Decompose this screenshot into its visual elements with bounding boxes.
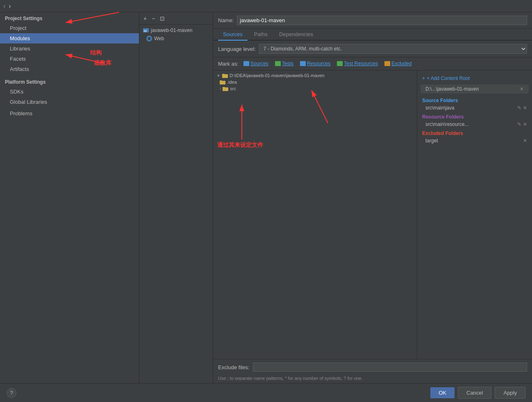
source-folder-edit-button[interactable]: ✎	[517, 105, 521, 111]
ok-button[interactable]: OK	[430, 387, 455, 398]
mark-as-tests-button[interactable]: Tests	[273, 60, 295, 68]
svg-point-2	[147, 36, 152, 41]
tab-dependencies[interactable]: Dependencies	[274, 29, 318, 41]
split-content: ▼ D:\IDEA\javaweb-01-maven\javaweb-01-ma…	[213, 71, 532, 359]
back-button[interactable]: ‹	[3, 2, 5, 10]
module-tree-item-javaweb[interactable]: M javaweb-01-maven	[139, 26, 213, 34]
language-row: Language level: 7 - Diamonds, ARM, multi…	[213, 41, 532, 57]
name-row: Name:	[213, 12, 532, 29]
name-label: Name:	[218, 17, 234, 23]
module-icon: M	[143, 27, 149, 33]
chevron-right-icon: ›	[220, 87, 221, 91]
remove-module-button[interactable]: −	[150, 14, 157, 23]
sources-color-box	[243, 61, 249, 66]
language-level-select[interactable]: 7 - Diamonds, ARM, multi-catch etc.	[259, 44, 527, 54]
copy-module-button[interactable]: ⊡	[158, 14, 166, 23]
add-content-root-button[interactable]: + + Add Content Root	[417, 74, 532, 83]
sidebar-item-modules[interactable]: Modules	[0, 33, 139, 43]
source-folder-delete-button[interactable]: ✕	[523, 105, 527, 111]
exclude-files-input[interactable]	[253, 363, 527, 372]
module-toolbar: + − ⊡	[139, 12, 213, 25]
svg-rect-7	[220, 80, 222, 82]
excluded-folder-delete-button[interactable]: ✕	[523, 138, 527, 144]
mark-as-label: Mark as:	[218, 61, 239, 67]
mark-as-test-resources-button[interactable]: Test Resources	[335, 60, 380, 68]
excluded-color-box	[384, 61, 390, 66]
platform-settings-header: Platform Settings	[0, 74, 139, 87]
bottom-bar: ? OK Cancel Apply	[0, 383, 532, 402]
sidebar-item-problems[interactable]: Problems	[0, 107, 139, 119]
sidebar-item-artifacts[interactable]: Artifacts	[0, 64, 139, 74]
resource-folder-edit-button[interactable]: ✎	[517, 121, 521, 127]
excluded-folder-entry: target ✕	[417, 137, 532, 144]
add-module-button[interactable]: +	[142, 14, 148, 23]
exclude-files-hint: Use ; to separate name patterns, * for a…	[213, 375, 532, 383]
svg-rect-9	[223, 87, 225, 88]
module-tree-item-web[interactable]: Web	[139, 34, 213, 43]
resource-folders-title: Resource Folders	[417, 112, 532, 121]
content-root-close-button[interactable]: ✕	[520, 86, 524, 92]
chevron-down-icon: ▼	[216, 73, 221, 78]
source-folders-title: Source Folders	[417, 95, 532, 104]
apply-button[interactable]: Apply	[495, 387, 525, 399]
tab-sources[interactable]: Sources	[218, 29, 248, 41]
sidebar-item-sdks[interactable]: SDKs	[0, 87, 139, 97]
file-tree-panel: ▼ D:\IDEA\javaweb-01-maven\javaweb-01-ma…	[213, 71, 417, 359]
svg-point-3	[148, 36, 150, 41]
forward-button[interactable]: ›	[9, 2, 11, 10]
sidebar-item-global-libraries[interactable]: Global Libraries	[0, 97, 139, 107]
mark-as-sources-button[interactable]: Sources	[242, 60, 270, 68]
sidebar: Project Settings Project Modules Librari…	[0, 12, 139, 383]
tab-paths[interactable]: Paths	[249, 29, 273, 41]
source-folders-panel: + + Add Content Root D:\...\javaweb-01-m…	[417, 71, 532, 359]
top-bar: ‹ ›	[0, 0, 532, 12]
sidebar-item-project[interactable]: Project	[0, 23, 139, 33]
tree-item-root[interactable]: ▼ D:\IDEA\javaweb-01-maven\javaweb-01-ma…	[213, 72, 417, 79]
module-tree: M javaweb-01-maven Web	[139, 25, 213, 383]
module-panel: + − ⊡ M javaweb-01-maven Web	[139, 12, 213, 383]
folder-icon-src	[223, 86, 228, 91]
exclude-files-row: Exclude files:	[213, 359, 532, 375]
content-root-path: D:\...\javaweb-01-maven ✕	[421, 85, 529, 94]
tabs-row: Sources Paths Dependencies	[213, 29, 532, 41]
content-root-text: D:\...\javaweb-01-maven	[425, 86, 479, 92]
project-settings-header: Project Settings	[0, 12, 139, 23]
sidebar-item-facets[interactable]: Facets	[0, 54, 139, 64]
resource-folder-entry: src\main\resource... ✎ ✕	[417, 121, 532, 128]
mark-as-excluded-button[interactable]: Excluded	[383, 60, 413, 68]
sidebar-item-libraries[interactable]: Libraries	[0, 43, 139, 54]
source-folder-actions: ✎ ✕	[517, 105, 527, 111]
exclude-files-label: Exclude files:	[218, 364, 250, 370]
svg-rect-5	[222, 74, 225, 75]
test-resources-color-box	[337, 61, 343, 66]
folder-icon	[222, 73, 228, 78]
resource-folder-actions: ✎ ✕	[517, 121, 527, 127]
resources-color-box	[300, 61, 306, 66]
resource-folder-delete-button[interactable]: ✕	[523, 121, 527, 127]
web-icon	[146, 36, 152, 41]
excluded-folders-title: Excluded Folders	[417, 128, 532, 137]
name-input[interactable]	[237, 16, 527, 25]
language-level-label: Language level:	[218, 46, 256, 52]
content-panel: Name: Sources Paths Dependencies Languag…	[213, 12, 532, 383]
tree-item-idea[interactable]: .idea	[213, 79, 417, 85]
tree-item-src[interactable]: › src	[213, 85, 417, 92]
excluded-folder-actions: ✕	[523, 138, 527, 144]
mark-as-row: Mark as: Sources Tests Resources Test Re…	[213, 57, 532, 71]
help-button[interactable]: ?	[7, 388, 16, 398]
mark-as-resources-button[interactable]: Resources	[298, 60, 332, 68]
tests-color-box	[275, 61, 281, 66]
folder-icon-idea	[220, 80, 225, 85]
svg-text:M: M	[144, 29, 147, 33]
cancel-button[interactable]: Cancel	[458, 387, 491, 399]
source-folder-entry: src\main\java ✎ ✕	[417, 104, 532, 112]
